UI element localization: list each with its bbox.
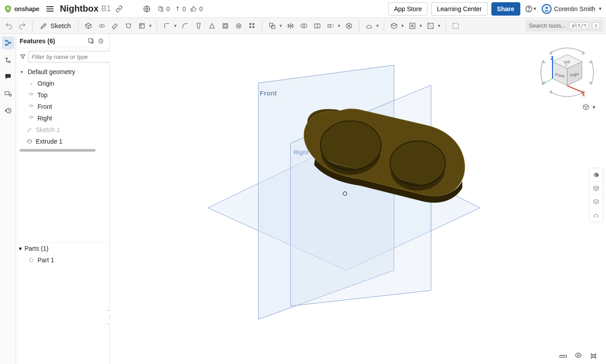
view-cube[interactable]: Top Front Right Z Y X xyxy=(538,40,596,103)
share-button[interactable]: Share xyxy=(491,2,520,16)
hamburger-icon xyxy=(46,8,54,9)
search-tools-button[interactable]: Search tools... alt/⌥ c xyxy=(525,20,603,32)
redo-button[interactable] xyxy=(16,20,29,32)
main-toolbar: Sketch ▼ ▼ ▼ ▼ ▼ ▼ ▼ ▼ Search tools... a… xyxy=(0,18,606,34)
tree-label: Default geometry xyxy=(28,68,75,75)
tree-item-extrude1[interactable]: Extrude 1 xyxy=(16,136,109,147)
units-button[interactable] xyxy=(589,352,598,360)
frame-button[interactable] xyxy=(449,20,462,32)
intersect-button[interactable] xyxy=(298,20,310,32)
viewport-3d[interactable]: Front Right xyxy=(110,34,606,364)
thicken-button[interactable] xyxy=(136,20,148,32)
parts-title: Parts (1) xyxy=(25,245,49,252)
add-custom-feature-button[interactable] xyxy=(86,36,96,46)
filter-input[interactable] xyxy=(29,51,110,62)
branch-label[interactable]: B1 xyxy=(101,4,111,13)
tree-folder-default-geometry[interactable]: ▾ Default geometry xyxy=(16,66,109,78)
svg-rect-13 xyxy=(249,23,251,25)
tree-item-part1[interactable]: Part 1 xyxy=(16,254,109,266)
sketch-button[interactable]: Sketch xyxy=(36,20,75,32)
rib-button[interactable] xyxy=(206,20,218,32)
fillet-button[interactable] xyxy=(161,20,173,32)
history-tab[interactable] xyxy=(2,104,14,117)
split-button[interactable] xyxy=(311,20,324,32)
chamfer-button[interactable] xyxy=(179,20,191,32)
pattern-button[interactable] xyxy=(246,20,258,32)
undo-button[interactable] xyxy=(3,20,15,32)
svg-point-28 xyxy=(5,40,7,41)
avatar-icon xyxy=(542,4,552,14)
user-menu[interactable]: Corentin Smith ▼ xyxy=(542,4,603,14)
hole-button[interactable] xyxy=(232,20,245,32)
revolve-button[interactable] xyxy=(95,20,108,32)
sweep-button[interactable] xyxy=(109,20,121,32)
mass-props-button[interactable] xyxy=(574,352,583,360)
main-menu-button[interactable] xyxy=(45,4,55,14)
globe-icon[interactable] xyxy=(141,3,153,15)
tree-item-sketch1[interactable]: Sketch 1 xyxy=(16,124,109,136)
add-feature-tab[interactable] xyxy=(2,54,14,66)
versions-stat[interactable]: 0 xyxy=(158,5,170,12)
extrude-button[interactable] xyxy=(82,20,95,32)
surface-button[interactable] xyxy=(363,20,375,32)
pin-icon xyxy=(174,6,181,12)
likes-count: 0 xyxy=(199,5,203,12)
learning-center-button[interactable]: Learning Center xyxy=(431,2,487,16)
variable-button[interactable] xyxy=(406,20,419,32)
chevron-down-icon[interactable]: ▼ xyxy=(418,20,423,32)
tree-item-top-plane[interactable]: Top xyxy=(16,89,109,101)
svg-rect-32 xyxy=(5,92,9,95)
delete-face-button[interactable] xyxy=(343,20,355,32)
tree-item-right-plane[interactable]: Right xyxy=(16,112,109,124)
versions-count: 0 xyxy=(166,5,170,12)
tree-item-front-plane[interactable]: Front xyxy=(16,101,109,112)
chevron-down-icon[interactable]: ▼ xyxy=(336,20,342,32)
section-view-button[interactable] xyxy=(424,20,437,32)
rollback-bar[interactable] xyxy=(20,149,95,152)
sketch-icon xyxy=(26,127,33,133)
curvature-button[interactable] xyxy=(589,208,603,222)
loft-button[interactable] xyxy=(122,20,135,32)
brand-logo[interactable]: onshape xyxy=(4,4,39,13)
transform-button[interactable] xyxy=(324,20,337,32)
feature-tree-tab[interactable] xyxy=(2,37,14,49)
tree-label: Origin xyxy=(37,80,54,87)
view-cube-menu[interactable]: ▼ xyxy=(582,103,596,111)
chevron-down-icon[interactable]: ▼ xyxy=(400,20,405,32)
mirror-button[interactable] xyxy=(284,20,297,32)
wireframe-button[interactable] xyxy=(589,195,603,208)
link-icon[interactable] xyxy=(113,3,125,15)
measure-button[interactable] xyxy=(559,352,568,360)
chevron-down-icon[interactable]: ▼ xyxy=(278,20,283,32)
document-title[interactable]: Nightbox xyxy=(60,4,99,14)
chevron-down-icon[interactable]: ▼ xyxy=(375,20,380,32)
svg-point-11 xyxy=(237,23,241,28)
comments-stat[interactable]: 0 xyxy=(174,5,186,12)
chevron-down-icon[interactable]: ▼ xyxy=(148,20,153,32)
viewport-footer xyxy=(559,352,598,360)
svg-point-30 xyxy=(9,42,11,44)
hidden-edges-button[interactable] xyxy=(589,182,603,195)
comments-tab[interactable] xyxy=(2,70,14,83)
parts-header[interactable]: ▾ Parts (1) xyxy=(16,242,109,254)
plane-button[interactable] xyxy=(388,20,400,32)
svg-marker-53 xyxy=(589,82,593,85)
app-store-button[interactable]: App Store xyxy=(388,2,428,16)
features-title: Features (6) xyxy=(20,37,55,45)
filter-button[interactable] xyxy=(20,52,26,62)
shell-button[interactable] xyxy=(219,20,232,32)
boolean-button[interactable] xyxy=(266,20,278,32)
likes-stat[interactable]: 0 xyxy=(190,5,203,12)
chevron-down-icon[interactable]: ▼ xyxy=(436,20,442,32)
draft-button[interactable] xyxy=(192,20,205,32)
shaded-mode-button[interactable] xyxy=(589,168,603,182)
plane-icon xyxy=(28,103,35,110)
chevron-down-icon[interactable]: ▼ xyxy=(173,20,178,32)
help-button[interactable]: ▼ xyxy=(525,3,537,15)
chevron-down-icon: ▾ xyxy=(19,245,22,252)
tree-item-origin[interactable]: ◦ Origin xyxy=(16,78,109,89)
pencil-icon xyxy=(40,22,48,30)
svg-text:Z: Z xyxy=(551,56,553,61)
rollback-button[interactable] xyxy=(96,36,106,46)
configurations-tab[interactable] xyxy=(2,87,14,100)
